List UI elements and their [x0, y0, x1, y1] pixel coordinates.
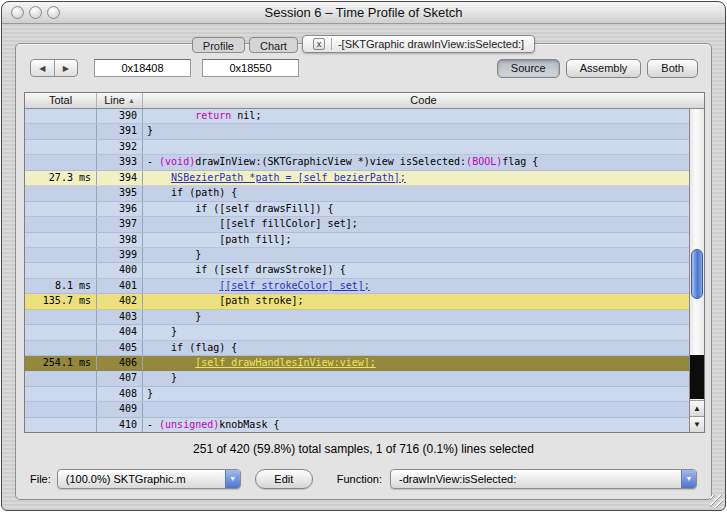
- code-cell: if (flag) {: [143, 341, 689, 355]
- tab-function-label: -[SKTGraphic drawInView:isSelected:]: [338, 36, 524, 52]
- line-number-cell: 410: [97, 418, 143, 432]
- code-link[interactable]: [[self strokeColor] set];: [219, 280, 370, 291]
- forward-button[interactable]: ▶: [55, 60, 78, 76]
- total-cell: [25, 124, 97, 138]
- total-cell: [25, 155, 97, 169]
- code-cell: NSBezierPath *path = [self bezierPath];: [143, 171, 689, 185]
- syntax-keyword: (void): [159, 156, 195, 167]
- source-view-button[interactable]: Source: [497, 59, 560, 78]
- code-cell: }: [143, 371, 689, 385]
- total-cell: [25, 341, 97, 355]
- assembly-view-button[interactable]: Assembly: [566, 59, 642, 78]
- line-header-label: Line: [104, 94, 125, 106]
- table-row[interactable]: 399 }: [25, 248, 689, 263]
- title-bar[interactable]: Session 6 – Time Profile of Sketch: [2, 2, 725, 24]
- table-row[interactable]: 407 }: [25, 371, 689, 386]
- line-number-cell: 395: [97, 186, 143, 200]
- table-row[interactable]: 398 [path fill];: [25, 233, 689, 248]
- code-link[interactable]: NSBezierPath *path = [self bezierPath];: [171, 172, 406, 183]
- code-cell: [self drawHandlesInView:view];: [143, 356, 689, 370]
- table-row[interactable]: 391}: [25, 124, 689, 139]
- footer-controls: File: (100.0%) SKTGraphic.m ▼ Edit Funct…: [30, 468, 698, 490]
- window-title: Session 6 – Time Profile of Sketch: [72, 2, 655, 24]
- line-number-cell: 398: [97, 233, 143, 247]
- scroll-down-button[interactable]: ▼: [690, 416, 704, 432]
- back-button[interactable]: ◀: [31, 60, 54, 76]
- table-row[interactable]: 396 if ([self drawsFill]) {: [25, 202, 689, 217]
- tab-function[interactable]: x -[SKTGraphic drawInView:isSelected:]: [302, 35, 535, 53]
- address-end-field[interactable]: [202, 59, 299, 77]
- total-cell: [25, 263, 97, 277]
- total-cell: 8.1 ms: [25, 279, 97, 293]
- total-cell: [25, 418, 97, 432]
- line-number-cell: 406: [97, 356, 143, 370]
- file-label: File:: [30, 473, 51, 485]
- syntax-keyword: (unsigned): [159, 419, 219, 430]
- edit-button[interactable]: Edit: [255, 469, 313, 489]
- table-row[interactable]: 403 }: [25, 310, 689, 325]
- line-number-cell: 407: [97, 371, 143, 385]
- table-row[interactable]: 409: [25, 402, 689, 417]
- tab-divider: [331, 38, 332, 50]
- table-row[interactable]: 392: [25, 140, 689, 155]
- code-cell: [143, 140, 689, 154]
- code-cell: if ([self drawsFill]) {: [143, 202, 689, 216]
- syntax-keyword: (BOOL): [466, 156, 502, 167]
- source-code-table: Total Line▲ Code 390 return nil;391}3923…: [24, 92, 705, 433]
- table-row[interactable]: 390 return nil;: [25, 109, 689, 124]
- line-number-cell: 394: [97, 171, 143, 185]
- table-row[interactable]: 400 if ([self drawsStroke]) {: [25, 263, 689, 278]
- scrollbar-track[interactable]: [690, 109, 704, 400]
- minimize-button[interactable]: [29, 6, 42, 19]
- table-row[interactable]: 27.3 ms394 NSBezierPath *path = [self be…: [25, 171, 689, 186]
- zoom-button[interactable]: [47, 6, 60, 19]
- vertical-scrollbar[interactable]: ▲ ▼: [689, 109, 704, 432]
- total-cell: [25, 387, 97, 401]
- column-header-line[interactable]: Line▲: [97, 93, 143, 108]
- content-panel: ◀ ▶ Source Assembly Both Total Line▲ Cod…: [15, 43, 712, 500]
- column-header-total[interactable]: Total: [25, 93, 97, 108]
- sort-ascending-icon: ▲: [128, 97, 135, 104]
- line-number-cell: 402: [97, 294, 143, 308]
- scrollbar-track-shadow: [690, 355, 704, 399]
- code-cell: [143, 402, 689, 416]
- table-row[interactable]: 408}: [25, 387, 689, 402]
- line-number-cell: 401: [97, 279, 143, 293]
- code-cell: return nil;: [143, 109, 689, 123]
- table-row[interactable]: 397 [[self fillColor] set];: [25, 217, 689, 232]
- total-cell: [25, 140, 97, 154]
- code-link[interactable]: [self drawHandlesInView:view];: [195, 357, 376, 368]
- column-header-code[interactable]: Code: [143, 93, 704, 108]
- total-cell: [25, 186, 97, 200]
- table-row[interactable]: 404 }: [25, 325, 689, 340]
- code-cell: }: [143, 124, 689, 138]
- both-view-button[interactable]: Both: [647, 59, 698, 78]
- code-cell: [[self strokeColor] set];: [143, 279, 689, 293]
- table-row[interactable]: 135.7 ms402 [path stroke];: [25, 294, 689, 309]
- file-popup-value: (100.0%) SKTGraphic.m: [58, 470, 225, 488]
- table-row[interactable]: 8.1 ms401 [[self strokeColor] set];: [25, 279, 689, 294]
- table-row[interactable]: 410- (unsigned)knobMask {: [25, 418, 689, 432]
- line-number-cell: 399: [97, 248, 143, 262]
- address-start-field[interactable]: [94, 59, 191, 77]
- tab-close-icon[interactable]: x: [313, 38, 325, 50]
- scroll-up-button[interactable]: ▲: [690, 400, 704, 416]
- table-row[interactable]: 254.1 ms406 [self drawHandlesInView:view…: [25, 356, 689, 371]
- resize-grip[interactable]: [710, 495, 723, 508]
- scrollbar-thumb[interactable]: [691, 249, 703, 299]
- function-popup[interactable]: -drawInView:isSelected: ▼: [390, 469, 697, 489]
- line-number-cell: 391: [97, 124, 143, 138]
- table-row[interactable]: 393- (void)drawInView:(SKTGraphicView *)…: [25, 155, 689, 170]
- tab-profile[interactable]: Profile: [192, 37, 245, 53]
- table-body: 390 return nil;391}392393- (void)drawInV…: [25, 109, 689, 432]
- table-row[interactable]: 395 if (path) {: [25, 186, 689, 201]
- tab-chart[interactable]: Chart: [249, 37, 298, 53]
- table-row[interactable]: 405 if (flag) {: [25, 341, 689, 356]
- line-number-cell: 390: [97, 109, 143, 123]
- code-cell: }: [143, 310, 689, 324]
- file-popup[interactable]: (100.0%) SKTGraphic.m ▼: [57, 469, 241, 489]
- close-button[interactable]: [11, 6, 24, 19]
- total-cell: [25, 371, 97, 385]
- line-number-cell: 403: [97, 310, 143, 324]
- toolbar: ◀ ▶ Source Assembly Both: [30, 58, 698, 78]
